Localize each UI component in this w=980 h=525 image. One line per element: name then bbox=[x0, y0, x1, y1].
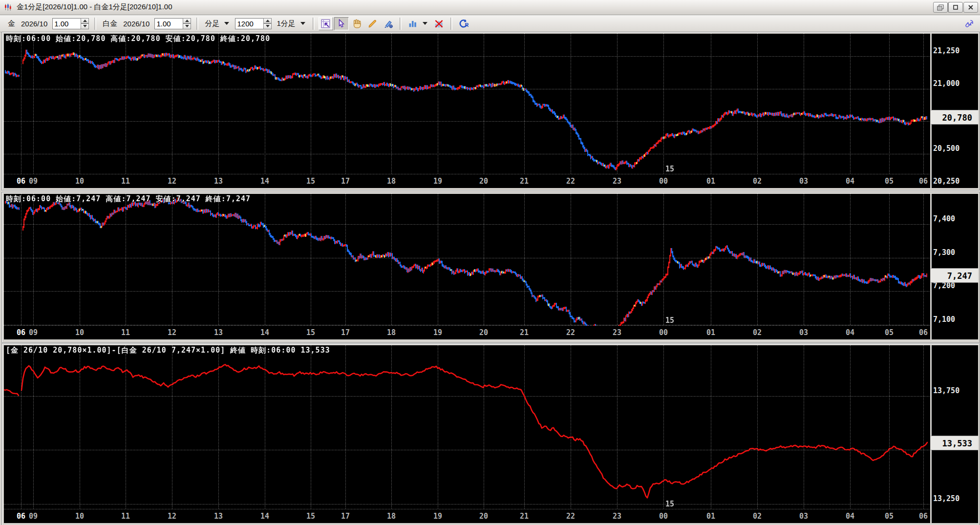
toolbar-separator bbox=[196, 18, 198, 30]
gold-multiplier-up-button[interactable] bbox=[81, 18, 89, 24]
time-tick-label: 15 bbox=[300, 328, 321, 337]
platinum-multiplier-input[interactable] bbox=[154, 18, 183, 29]
time-tick-label: 21 bbox=[513, 177, 535, 186]
bar-type-dropdown[interactable]: 分足 bbox=[205, 19, 219, 28]
y-axis-label: 7,100 bbox=[933, 315, 955, 324]
time-tick-label: 04 bbox=[839, 512, 861, 521]
time-tick-label: 17 bbox=[335, 328, 356, 337]
platinum-label: 白金 bbox=[103, 19, 117, 28]
time-tick-label: 06 bbox=[913, 328, 934, 337]
time-tick-label: 10 bbox=[69, 512, 90, 521]
time-tick-label: 11 bbox=[115, 328, 136, 337]
bar-period-dropdown[interactable]: 1分足 bbox=[277, 19, 295, 28]
select-arrow-tool-button[interactable] bbox=[334, 17, 349, 30]
time-tick-label: 10 bbox=[69, 177, 90, 186]
time-tick-label: 19 bbox=[427, 512, 448, 521]
time-tick-label: 15 bbox=[300, 177, 321, 186]
time-tick-label: 05 bbox=[878, 328, 900, 337]
hand-pan-tool-button[interactable] bbox=[350, 17, 364, 30]
chart-type-button[interactable] bbox=[405, 17, 420, 30]
platinum-multiplier-spinbox bbox=[154, 18, 191, 29]
chevron-down-icon[interactable] bbox=[300, 22, 305, 25]
time-tick-label: 18 bbox=[381, 177, 402, 186]
time-tick-label: 03 bbox=[793, 328, 814, 337]
time-tick-label: 12 bbox=[161, 512, 183, 521]
chart-plot-background bbox=[4, 345, 930, 523]
chart-plot-background bbox=[4, 194, 930, 339]
gold-platinum-spread-y-axis: 13,75013,25013,533 bbox=[931, 345, 978, 523]
app-candlestick-icon bbox=[4, 3, 13, 12]
time-tick-label: 01 bbox=[700, 177, 722, 186]
time-tick-label: 20 bbox=[473, 512, 494, 521]
settings-wrench-icon bbox=[964, 19, 974, 29]
y-axis-label: 20,500 bbox=[933, 144, 959, 153]
gold-1min-chart-canvas[interactable] bbox=[4, 34, 930, 174]
platinum-1min-time-axis: 0609101112131415171819202122230001020304… bbox=[4, 327, 930, 339]
bar-count-down-button[interactable] bbox=[263, 23, 272, 29]
hand-pan-icon bbox=[352, 19, 362, 28]
time-tick-label: 04 bbox=[839, 328, 861, 337]
platinum-multiplier-up-button[interactable] bbox=[183, 18, 191, 24]
highlighter-tool-button[interactable] bbox=[381, 17, 396, 30]
chart-pointer-icon bbox=[321, 19, 330, 28]
time-tick-label: 12 bbox=[161, 177, 183, 186]
platinum-contract-month: 2026/10 bbox=[123, 20, 149, 28]
window-copy-button[interactable] bbox=[933, 2, 948, 13]
time-tick-label: 03 bbox=[793, 177, 814, 186]
time-tick-label: 09 bbox=[22, 328, 44, 337]
platinum-1min-chart-canvas[interactable] bbox=[4, 194, 930, 326]
date-marker: 15 bbox=[665, 316, 674, 325]
current-price-label: 20,780 bbox=[931, 110, 978, 125]
y-axis-label: 13,250 bbox=[933, 494, 959, 503]
time-tick-label: 00 bbox=[653, 177, 674, 186]
time-tick-label: 20 bbox=[473, 328, 494, 337]
gold-multiplier-down-button[interactable] bbox=[81, 23, 89, 29]
current-price-label: 13,533 bbox=[931, 436, 978, 450]
platinum-1min-info-line: 時刻:06:00 始値:7,247 高値:7,247 安値:7,247 終値:7… bbox=[6, 194, 251, 204]
gold-platinum-spread-time-axis: 0609101112131415171819202122230001020304… bbox=[4, 510, 930, 523]
close-button[interactable] bbox=[963, 2, 978, 13]
gold-label: 金 bbox=[8, 19, 15, 28]
time-tick-label: 01 bbox=[700, 328, 722, 337]
refresh-button[interactable]: R bbox=[456, 17, 471, 30]
bar-count-up-button[interactable] bbox=[263, 18, 272, 24]
title-bar[interactable]: 金1分足[2026/10]1.00 - 白金1分足[2026/10]1.00 bbox=[0, 0, 980, 15]
settings-wrench-button[interactable] bbox=[963, 18, 976, 30]
gold-multiplier-input[interactable] bbox=[52, 18, 81, 29]
time-tick-label: 14 bbox=[254, 177, 276, 186]
pencil-tool-button[interactable] bbox=[365, 17, 380, 30]
time-tick-label: 00 bbox=[653, 328, 674, 337]
time-tick-label: 18 bbox=[381, 512, 402, 521]
time-tick-label: 19 bbox=[427, 177, 448, 186]
time-tick-label: 11 bbox=[115, 512, 136, 521]
time-tick-label: 12 bbox=[161, 328, 183, 337]
time-tick-label: 18 bbox=[381, 328, 402, 337]
chevron-down-icon[interactable] bbox=[423, 22, 427, 25]
time-tick-label: 14 bbox=[254, 328, 276, 337]
svg-text:R: R bbox=[465, 22, 469, 28]
time-tick-label: 13 bbox=[208, 177, 229, 186]
time-tick-label: 09 bbox=[22, 177, 44, 186]
time-tick-label: 02 bbox=[746, 328, 768, 337]
bar-count-spinbox bbox=[235, 18, 272, 29]
gold-1min-info-line: 時刻:06:00 始値:20,780 高値:20,780 安値:20,780 終… bbox=[6, 34, 270, 43]
highlighter-icon bbox=[383, 19, 393, 28]
gold-1min-y-axis: 21,25021,00020,50020,25020,780 bbox=[931, 34, 978, 188]
time-tick-label: 23 bbox=[606, 512, 628, 521]
bar-count-input[interactable] bbox=[235, 18, 263, 29]
time-tick-label: 01 bbox=[700, 512, 722, 521]
pencil-icon bbox=[368, 19, 377, 28]
time-tick-label: 20 bbox=[473, 177, 494, 186]
clear-chart-button[interactable] bbox=[432, 17, 447, 30]
time-tick-label: 06 bbox=[913, 177, 934, 186]
date-marker: 15 bbox=[665, 165, 674, 173]
time-tick-label: 00 bbox=[653, 512, 674, 521]
time-tick-label: 21 bbox=[513, 328, 535, 337]
chart-pointer-tool-button[interactable] bbox=[319, 17, 333, 30]
gold-platinum-spread-chart-canvas[interactable] bbox=[4, 345, 930, 509]
platinum-multiplier-down-button[interactable] bbox=[183, 23, 191, 29]
chevron-down-icon[interactable] bbox=[224, 22, 229, 25]
time-tick-label: 22 bbox=[560, 177, 581, 186]
maximize-button[interactable] bbox=[948, 2, 963, 13]
time-tick-label: 23 bbox=[606, 328, 628, 337]
